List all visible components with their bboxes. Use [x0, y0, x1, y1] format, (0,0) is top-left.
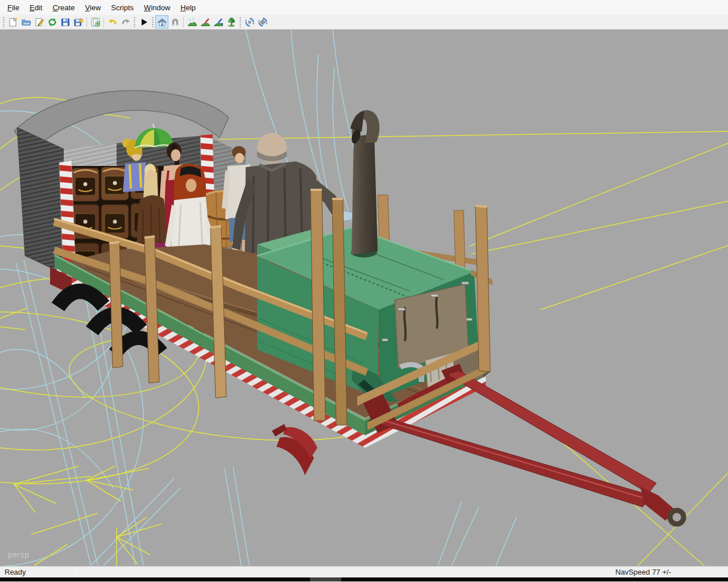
menu-window[interactable]: Window	[139, 1, 175, 14]
open-folder-icon	[21, 17, 31, 27]
toolbar-separator	[183, 17, 184, 27]
home-button[interactable]	[155, 15, 168, 28]
refresh-world-icon	[258, 17, 268, 27]
menu-scripts[interactable]: Scripts	[106, 1, 139, 14]
new-document-icon	[8, 17, 18, 27]
undo-button[interactable]	[106, 15, 119, 28]
toolbar	[0, 15, 728, 30]
terrain-raise-button[interactable]	[185, 15, 198, 28]
status-bar: Ready NavSpeed 77 +/-	[0, 566, 728, 577]
toolbar-grip[interactable]	[151, 16, 154, 28]
save-as-icon	[73, 17, 84, 27]
umbrella	[135, 124, 173, 148]
menu-edit-accel: E	[30, 3, 35, 12]
menu-window-label: indow	[151, 3, 170, 12]
terrain-paint-blue-icon	[213, 17, 224, 27]
redo-button[interactable]	[119, 15, 132, 28]
menu-view-label: iew	[90, 3, 101, 12]
scene-render	[0, 30, 728, 566]
terrain-paint-red-button[interactable]	[198, 15, 212, 28]
red-blades	[272, 424, 317, 475]
magnet-icon	[170, 17, 180, 27]
hitch-ring	[670, 510, 684, 524]
tree-icon	[226, 17, 237, 27]
toolbar-grip[interactable]	[2, 16, 5, 28]
status-pane-divider	[76, 568, 77, 576]
toolbar-grip[interactable]	[133, 16, 136, 28]
save-icon	[60, 17, 71, 27]
edit-document-icon	[34, 17, 44, 27]
snap-magnet-button[interactable]	[168, 15, 181, 28]
terrain-raise-icon	[187, 17, 197, 27]
refresh-view-button[interactable]	[243, 15, 256, 28]
viewport-3d[interactable]: persp	[0, 30, 728, 566]
menu-help-label: elp	[186, 3, 196, 12]
add-page-icon	[90, 17, 101, 27]
menu-scripts-label: Scripts	[111, 3, 134, 12]
play-button[interactable]	[137, 15, 150, 28]
menu-edit[interactable]: Edit	[24, 1, 47, 14]
new-document-button[interactable]	[6, 15, 19, 28]
undo-icon	[107, 17, 118, 27]
toolbar-separator	[86, 17, 87, 27]
save-as-button[interactable]	[72, 15, 85, 28]
status-navspeed: NavSpeed 77 +/-	[615, 568, 671, 576]
bottom-strip	[0, 577, 728, 581]
menu-help[interactable]: Help	[175, 1, 201, 14]
menu-view[interactable]: View	[80, 1, 106, 14]
menu-window-accel: W	[144, 3, 151, 12]
terrain-paint-red-icon	[200, 17, 210, 27]
chimney-stack	[350, 110, 379, 257]
camera-label[interactable]: persp	[8, 550, 30, 559]
menu-help-accel: H	[180, 3, 185, 12]
save-button[interactable]	[59, 15, 72, 28]
menu-bar: File Edit Create View Scripts Window Hel…	[0, 0, 728, 15]
refresh-icon	[47, 17, 57, 27]
redo-icon	[121, 17, 131, 27]
edit-document-button[interactable]	[32, 15, 46, 28]
toolbar-grip[interactable]	[239, 16, 242, 28]
menu-file[interactable]: File	[2, 1, 24, 14]
play-icon	[139, 17, 149, 27]
terrain-paint-blue-button[interactable]	[212, 15, 225, 28]
refresh-view-icon	[245, 17, 255, 27]
menu-file-label: ile	[12, 3, 19, 12]
menu-create-accel: C	[52, 3, 57, 12]
bottom-strip-segment	[310, 577, 341, 581]
plant-tree-button[interactable]	[225, 15, 238, 28]
status-ready: Ready	[0, 568, 26, 576]
menu-create-label: reate	[58, 3, 75, 12]
open-folder-button[interactable]	[19, 15, 32, 28]
menu-file-accel: F	[7, 3, 12, 12]
add-page-button[interactable]	[89, 15, 102, 28]
refresh-world-button[interactable]	[256, 15, 269, 28]
menu-create[interactable]: Create	[47, 1, 80, 14]
menu-edit-label: dit	[35, 3, 43, 12]
refresh-button[interactable]	[46, 15, 59, 28]
menu-view-accel: V	[85, 3, 89, 12]
toolbar-separator	[104, 17, 104, 27]
home-icon	[157, 17, 167, 27]
